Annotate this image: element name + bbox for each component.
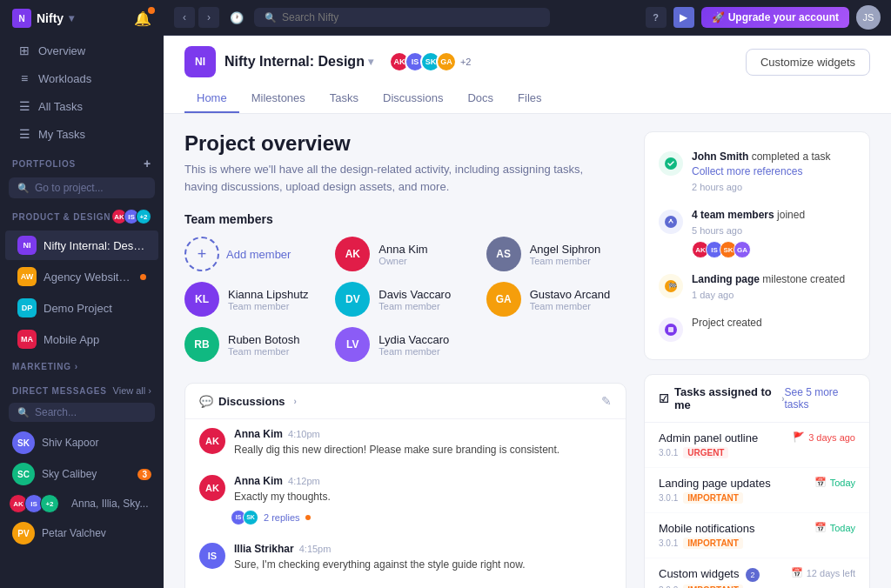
add-portfolio-button[interactable]: +: [144, 157, 151, 170]
task-item-custom[interactable]: Custom widgets 2 3.0.2 IMPORTANT 📅 12 da…: [645, 558, 869, 588]
sidebar-item-workloads[interactable]: ≡ Workloads: [5, 65, 158, 91]
tab-files[interactable]: Files: [506, 84, 553, 113]
sidebar-item-my-tasks[interactable]: ☰ My Tasks: [5, 121, 158, 147]
svg-text:🏁: 🏁: [668, 282, 677, 291]
project-notification-dot: [140, 274, 146, 280]
sidebar-item-agency-website[interactable]: AW Agency Website 2.0: [5, 262, 158, 291]
add-member-button[interactable]: + Add member: [184, 237, 325, 271]
portfolio-search-input[interactable]: [35, 182, 146, 194]
activity-item-4: Project created: [659, 309, 855, 349]
dm-avatar-shiv: SK: [12, 431, 35, 454]
activity-feed: John Smith completed a task Collect more…: [644, 131, 870, 360]
msg-avatar-anna1: AK: [199, 428, 225, 454]
upgrade-icon: 🚀: [712, 11, 725, 23]
tab-discussions[interactable]: Discussions: [371, 84, 455, 113]
member-pic-gustavo: GA: [486, 282, 521, 317]
topbar: ‹ › 🕐 🔍 ? ▶ 🚀 Upgrade your account JS: [164, 0, 891, 36]
dm-item-sky[interactable]: SC Sky Calibey 3: [0, 458, 164, 490]
tab-home[interactable]: Home: [184, 84, 239, 113]
joined-avatar-4: GA: [734, 241, 751, 258]
help-button[interactable]: ?: [646, 7, 667, 28]
discussions-edit-button[interactable]: ✎: [601, 394, 612, 408]
task-tag-important-2: IMPORTANT: [683, 538, 743, 549]
upgrade-button[interactable]: 🚀 Upgrade your account: [701, 7, 849, 28]
product-design-avatars: AK IS +2: [115, 209, 151, 224]
dm-avatar-sky: SC: [12, 463, 35, 485]
project-members: AK IS SK GA +2: [382, 51, 472, 72]
team-member-angel: AS Angel Siphron Team member: [486, 237, 626, 271]
tab-milestones[interactable]: Milestones: [239, 84, 318, 113]
project-avatar-ni: NI: [17, 236, 37, 255]
dm-search-input[interactable]: [35, 406, 146, 418]
dm-search-icon: 🔍: [17, 407, 30, 418]
svg-point-1: [665, 216, 677, 228]
brand-chevron: ▾: [69, 12, 74, 24]
product-design-section[interactable]: PRODUCT & DESIGN AK IS +2: [0, 204, 164, 230]
customize-widgets-button[interactable]: Customize widgets: [746, 49, 870, 76]
dm-group-avatars: AK IS +2: [12, 494, 59, 513]
member-pic-lydia: LV: [335, 327, 370, 362]
custom-widgets-badge: 2: [746, 568, 760, 582]
member-count-badge: +2: [136, 209, 151, 224]
dm-search[interactable]: 🔍: [9, 403, 155, 422]
history-button[interactable]: 🕐: [226, 7, 247, 28]
project-title-row: NI Nifty Internal: Design ▾ AK IS SK GA …: [184, 46, 870, 77]
play-button[interactable]: ▶: [673, 7, 694, 28]
project-member-4: GA: [436, 51, 457, 72]
project-tabs: Home Milestones Tasks Discussions Docs F…: [184, 84, 870, 113]
reply-count[interactable]: 2 replies: [264, 512, 300, 523]
brand[interactable]: N Nifty ▾: [12, 9, 74, 28]
member-pic-anna: AK: [335, 237, 370, 271]
tab-docs[interactable]: Docs: [455, 84, 506, 113]
nav-back-button[interactable]: ‹: [174, 7, 195, 28]
msg-avatar-illia: IS: [199, 543, 225, 569]
dm-item-petar[interactable]: PV Petar Valchev: [0, 518, 164, 549]
team-member-kianna: KL Kianna Lipshutz Team member: [184, 282, 325, 317]
sidebar-item-demo-project[interactable]: DP Demo Project: [5, 293, 158, 323]
sidebar-item-overview[interactable]: ⊞ Overview: [5, 37, 158, 63]
svg-point-2: [670, 219, 672, 221]
dm-view-all-button[interactable]: View all ›: [113, 385, 151, 396]
team-member-gustavo: GA Gustavo Arcand Team member: [486, 282, 626, 317]
activity-milestone-name: Landing page: [692, 273, 760, 285]
all-tasks-icon: ☰: [17, 99, 31, 113]
dm-item-group[interactable]: AK IS +2 Anna, Illia, Sky...: [0, 490, 164, 518]
task-date-2: 📅 Today: [814, 477, 855, 488]
task-item-mobile[interactable]: Mobile notifications 3.0.1 IMPORTANT 📅 T…: [645, 513, 869, 558]
discussions-title: 💬 Discussions ›: [199, 395, 297, 408]
task-tag-urgent: URGENT: [683, 447, 728, 458]
discussion-message-4: SK Shiv Kapoor 5:01pm I love this page's…: [185, 580, 626, 588]
nav-forward-button[interactable]: ›: [198, 7, 219, 28]
sidebar-item-nifty-internal[interactable]: NI Nifty Internal: Design: [5, 231, 158, 260]
content-area: Project overview This is where we'll hav…: [164, 114, 891, 588]
activity-member-avatars: AK IS SK GA: [692, 241, 805, 258]
search-input[interactable]: [282, 11, 539, 23]
dm-item-shiv[interactable]: SK Shiv Kapoor: [0, 427, 164, 458]
member-pic-ruben: RB: [184, 327, 219, 362]
sidebar-item-all-tasks[interactable]: ☰ All Tasks: [5, 93, 158, 119]
task-item-landing[interactable]: Landing page updates 3.0.1 IMPORTANT 📅 T…: [645, 468, 869, 513]
search-bar[interactable]: 🔍: [254, 8, 550, 27]
sidebar-item-mobile-app[interactable]: MA Mobile App: [5, 324, 158, 354]
notifications-button[interactable]: 🔔: [134, 10, 151, 27]
user-avatar[interactable]: JS: [856, 5, 881, 30]
main-content: ‹ › 🕐 🔍 ? ▶ 🚀 Upgrade your account JS: [164, 0, 891, 588]
dm-badge-sky: 3: [137, 469, 151, 480]
tab-tasks[interactable]: Tasks: [318, 84, 371, 113]
task-item-admin[interactable]: Admin panel outline 3.0.1 URGENT 🚩 3 day…: [645, 423, 869, 468]
search-bar-icon: 🔍: [265, 12, 277, 23]
activity-author-1: John Smith: [692, 150, 748, 163]
portfolios-label: PORTFOLIOS +: [0, 148, 164, 174]
my-tasks-icon: ☰: [17, 127, 31, 141]
topbar-right: ? ▶ 🚀 Upgrade your account JS: [646, 5, 881, 30]
marketing-section[interactable]: MARKETING ›: [0, 355, 164, 375]
see-more-tasks-button[interactable]: See 5 more tasks: [784, 386, 855, 411]
activity-item-2: 4 team members joined 5 hours ago AK IS …: [659, 201, 855, 265]
add-member-icon: +: [184, 237, 219, 271]
discussions-card-header: 💬 Discussions › ✎: [185, 384, 626, 419]
portfolio-search[interactable]: 🔍: [9, 177, 155, 198]
sidebar-header-actions: 🔔: [134, 10, 151, 27]
page-title: Project overview: [184, 131, 626, 156]
activity-task-link[interactable]: Collect more references: [692, 165, 802, 177]
calendar-icon-3: 📅: [814, 522, 827, 533]
